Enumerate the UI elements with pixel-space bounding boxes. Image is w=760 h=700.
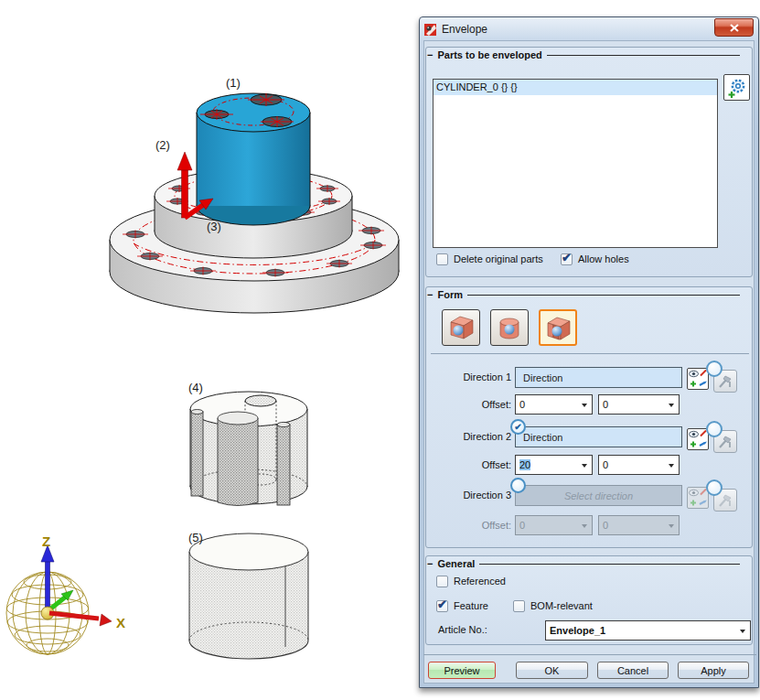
offset-value: 0 (603, 520, 608, 531)
dialog-titlebar[interactable]: Envelope (424, 21, 712, 38)
dropdown-arrow-icon (669, 524, 674, 531)
offset2-combo-a[interactable]: 20 (515, 455, 593, 475)
offset1-combo-b[interactable]: 0 (598, 394, 680, 415)
general-group-title: General (437, 558, 475, 569)
envelope-dialog: Envelope − Parts to be enveloped CYLINDE… (419, 16, 759, 688)
direction1-function-toggle[interactable] (706, 361, 723, 377)
parts-list[interactable]: CYLINDER_0 {} {} (433, 79, 718, 248)
direction2-input[interactable]: Direction (515, 426, 682, 447)
direction2-confirmed-badge: ✔ (510, 419, 526, 435)
group-rule (467, 295, 740, 296)
list-item[interactable]: CYLINDER_0 {} {} (434, 80, 717, 95)
form-option-contour[interactable] (539, 309, 577, 346)
axis-triad (41, 545, 112, 626)
offset2-label: Offset: (427, 455, 511, 475)
article-no-combo[interactable]: Envelope_1 (545, 620, 751, 641)
general-group-header: − General (427, 558, 740, 569)
cuboid-envelope-icon (445, 313, 476, 342)
dropdown-arrow-icon (669, 464, 674, 470)
form-group-header: − Form (427, 289, 740, 300)
offset-value: 0 (603, 459, 608, 470)
form-option-cylinder[interactable] (490, 309, 529, 346)
allow-holes-checkbox[interactable]: ✔ (561, 253, 573, 265)
offset3-combo-a: 0 (515, 515, 593, 535)
apply-button[interactable]: Apply (678, 662, 749, 679)
delete-original-checkbox[interactable]: ✔ (436, 253, 448, 265)
add-parts-button[interactable] (723, 74, 750, 101)
direction1-label: Direction 1 (427, 367, 511, 388)
offset1-combo-a[interactable]: 0 (515, 394, 593, 415)
offset3-combo-b: 0 (598, 515, 680, 535)
dropdown-arrow-icon (582, 464, 587, 470)
ok-button[interactable]: OK (516, 662, 588, 679)
check-icon: ✔ (514, 423, 521, 432)
direction1-input[interactable]: Direction (515, 367, 682, 388)
parts-group-header: − Parts to be enveloped (427, 49, 740, 60)
offset-value-selected: 20 (519, 459, 530, 470)
dropdown-arrow-icon (582, 404, 587, 410)
offset-value: 0 (519, 520, 525, 531)
gear-plus-icon (726, 77, 748, 99)
label-5: (5) (188, 531, 203, 544)
offset3-label: Offset: (427, 515, 511, 535)
preview-button[interactable]: Preview (428, 662, 496, 679)
label-3: (3) (207, 220, 221, 233)
parts-group-title: Parts to be enveloped (437, 49, 541, 60)
label-4: (4) (188, 381, 203, 394)
contour-envelope-icon (542, 313, 573, 342)
referenced-checkbox[interactable]: ✔ (436, 576, 448, 587)
bom-relevant-checkbox[interactable]: ✔ (513, 600, 525, 612)
hammer-icon (717, 492, 733, 509)
feature-checkbox[interactable]: ✔ (436, 600, 448, 612)
label-1: (1) (226, 76, 241, 90)
envelope-plain-sketch (189, 533, 308, 659)
close-button[interactable] (714, 18, 754, 37)
envelope-with-holes-sketch (190, 392, 307, 506)
offset2-combo-b[interactable]: 0 (598, 455, 680, 475)
eye-edit-plus-arrow-icon (688, 429, 708, 449)
eye-edit-plus-arrow-icon (688, 488, 708, 508)
close-icon (730, 24, 739, 32)
axis-z-label: Z (42, 533, 50, 549)
referenced-label: Referenced (454, 576, 506, 587)
bom-relevant-label: BOM-relevant (530, 600, 593, 611)
direction3-empty-badge: ✔ (510, 478, 526, 493)
group-rule (479, 564, 740, 565)
dropdown-arrow-icon (669, 404, 674, 410)
direction2-function-toggle[interactable] (706, 421, 723, 437)
app-window: (1) (2) (3) (4) (5) Z X Envelope (0, 0, 760, 700)
dropdown-arrow-icon (740, 630, 745, 636)
cad-viewport[interactable]: (1) (2) (3) (4) (5) Z X (0, 0, 419, 700)
form-option-cuboid[interactable] (442, 309, 480, 346)
cylinder-envelope-icon (494, 313, 525, 342)
collapse-icon[interactable]: − (427, 558, 433, 569)
direction3-function-toggle[interactable] (706, 479, 723, 496)
offset-value: 0 (519, 399, 525, 410)
form-group-title: Form (437, 289, 463, 300)
offset-value: 0 (603, 399, 608, 410)
collapse-icon[interactable]: − (427, 49, 433, 60)
direction2-label: Direction 2 (427, 426, 511, 447)
app-icon (424, 24, 436, 36)
hammer-icon (717, 373, 733, 390)
label-2: (2) (155, 138, 170, 152)
allow-holes-label: Allow holes (578, 253, 629, 264)
delete-original-label: Delete original parts (454, 253, 543, 264)
check-icon: ✔ (562, 251, 572, 264)
offset1-label: Offset: (427, 394, 511, 415)
dialog-title: Envelope (442, 23, 487, 36)
hammer-icon (717, 434, 733, 450)
article-no-value: Envelope_1 (550, 625, 605, 636)
cancel-button[interactable]: Cancel (597, 662, 669, 679)
form-separator (431, 353, 749, 354)
footer-separator (423, 654, 756, 655)
group-rule (547, 55, 740, 56)
axis-x-label: X (116, 615, 125, 630)
direction3-input[interactable]: Select direction (515, 485, 682, 506)
dropdown-arrow-icon (582, 524, 587, 531)
check-icon: ✔ (437, 598, 447, 611)
collapse-icon[interactable]: − (427, 289, 433, 300)
article-no-label: Article No.: (438, 624, 487, 635)
eye-edit-plus-arrow-icon (688, 369, 708, 389)
direction3-label: Direction 3 (427, 485, 511, 506)
